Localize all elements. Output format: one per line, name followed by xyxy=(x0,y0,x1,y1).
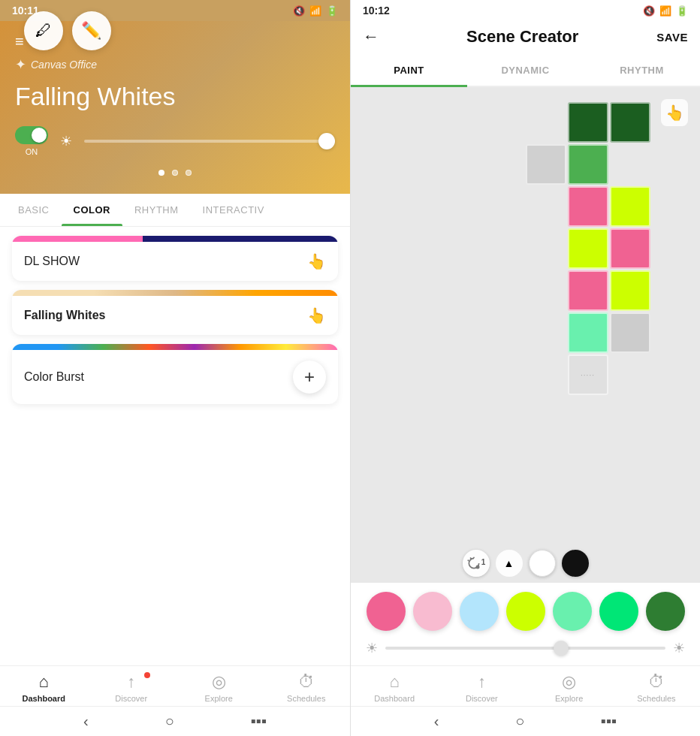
tile-5-1[interactable] xyxy=(610,312,650,353)
back-button[interactable]: ← xyxy=(363,27,379,47)
tile-4-1[interactable] xyxy=(610,270,650,311)
tile-2-0[interactable] xyxy=(568,186,608,227)
tab-rhythm[interactable]: RHYTHM xyxy=(122,194,191,226)
right-nav-label-discover: Discover xyxy=(466,694,498,703)
right-nav-explore[interactable]: ◎ Explore xyxy=(526,672,613,703)
toggle-wrap: ON xyxy=(15,126,48,156)
tab-interactive[interactable]: INTERACTIV xyxy=(191,194,276,226)
color-circle-dark-green[interactable] xyxy=(646,592,685,631)
toggle-label: ON xyxy=(26,147,38,156)
black-color-swatch[interactable] xyxy=(562,550,589,577)
tab-dynamic[interactable]: DYNAMIC xyxy=(467,56,584,86)
right-nav-label-schedules: Schedules xyxy=(637,694,675,703)
scene-card-falling[interactable]: Falling Whites 👆 xyxy=(12,290,338,335)
tile-1-0[interactable] xyxy=(526,144,566,185)
color-circle-light-blue[interactable] xyxy=(460,592,499,631)
hero-top-row: ≡ 🖊 ✏️ xyxy=(15,33,335,50)
color-circle-light-pink[interactable] xyxy=(413,592,452,631)
scene-card-burst[interactable]: Color Burst + xyxy=(12,344,338,404)
save-button[interactable]: SAVE xyxy=(656,31,688,44)
right-nav-schedules[interactable]: ⏱ Schedules xyxy=(613,672,700,703)
left-system-bar: ‹ ○ ▪▪▪ xyxy=(0,706,350,736)
brightness-slider[interactable] xyxy=(84,140,335,143)
expand-palette-button[interactable]: ▲ xyxy=(496,550,523,577)
color-circle-lime[interactable] xyxy=(506,592,545,631)
right-nav-dashboard[interactable]: ⌂ Dashboard xyxy=(351,672,438,703)
nav-dashboard[interactable]: ⌂ Dashboard xyxy=(0,672,88,703)
battery-icon: 🔋 xyxy=(326,5,338,17)
scene-card-body-burst: Color Burst + xyxy=(12,350,338,404)
brightness-thumb xyxy=(318,133,335,149)
tab-color[interactable]: COLOR xyxy=(62,194,122,226)
hamburger-icon[interactable]: ≡ xyxy=(15,33,24,50)
nav-discover[interactable]: ↑ Discover xyxy=(88,672,176,703)
toggle-switch[interactable] xyxy=(15,126,48,144)
right-nav-discover[interactable]: ↑ Discover xyxy=(438,672,525,703)
tab-rhythm[interactable]: RHYTHM xyxy=(584,56,700,86)
color-circle-green[interactable] xyxy=(599,592,638,631)
scene-creator-title: Scene Creator xyxy=(388,27,656,47)
right-status-icons: 🔇 📶 🔋 xyxy=(643,5,688,17)
tab-basic[interactable]: BASIC xyxy=(6,194,62,226)
paint-bucket-tool[interactable]: 1 xyxy=(463,550,490,577)
right-discover-icon: ↑ xyxy=(478,672,486,692)
tile-3-0[interactable] xyxy=(568,228,608,269)
location-text: Canvas Office xyxy=(31,59,97,71)
dot-3[interactable] xyxy=(186,170,192,176)
color-circle-mint[interactable] xyxy=(553,592,592,631)
recents-sys-btn-right[interactable]: ▪▪▪ xyxy=(601,713,617,730)
tile-4-0[interactable] xyxy=(568,270,608,311)
brightness-slider-right[interactable] xyxy=(385,647,665,650)
wifi-icon: 📶 xyxy=(309,5,321,17)
recents-sys-btn-left[interactable]: ▪▪▪ xyxy=(251,713,267,730)
add-button[interactable]: + xyxy=(293,360,326,394)
hero-title: Falling Whites xyxy=(15,82,335,111)
dot-2[interactable] xyxy=(172,170,178,176)
white-color-swatch[interactable] xyxy=(529,550,556,577)
nav-label-discover: Discover xyxy=(115,694,147,703)
paint-button[interactable]: 🖊 xyxy=(24,11,63,50)
right-battery-icon: 🔋 xyxy=(676,5,688,17)
tile-3-1[interactable] xyxy=(610,228,650,269)
controls-row: ON ☀ xyxy=(15,126,335,156)
right-nav-label-explore: Explore xyxy=(555,694,583,703)
right-explore-icon: ◎ xyxy=(562,672,576,692)
back-sys-btn-right[interactable]: ‹ xyxy=(434,713,439,730)
tile-0-1[interactable] xyxy=(610,102,650,143)
brightness-high-icon: ☀ xyxy=(673,640,685,656)
scene-name-burst: Color Burst xyxy=(24,370,84,384)
tile-6-0[interactable]: ····· xyxy=(568,354,608,395)
scene-color-bar-burst xyxy=(12,344,338,350)
nav-label-explore: Explore xyxy=(205,694,233,703)
scenes-list: DL SHOW 👆 Falling Whites 👆 Color Burst + xyxy=(0,227,350,665)
tile-2-1[interactable] xyxy=(610,186,650,227)
discover-badge xyxy=(144,672,150,678)
right-dashboard-icon: ⌂ xyxy=(389,672,399,692)
right-mute-icon: 🔇 xyxy=(643,5,655,17)
tile-0-0[interactable] xyxy=(568,102,608,143)
tile-5-0[interactable] xyxy=(568,312,608,353)
back-sys-btn-left[interactable]: ‹ xyxy=(83,713,89,730)
cursor-tool-icon[interactable]: 👆 xyxy=(661,99,688,126)
color-circles-row xyxy=(363,592,688,631)
dot-1[interactable] xyxy=(158,170,164,176)
scene-card-body-falling: Falling Whites 👆 xyxy=(12,296,338,335)
edit-button[interactable]: ✏️ xyxy=(72,11,111,50)
right-header: ← Scene Creator SAVE xyxy=(351,21,700,56)
brightness-row: ☀ ☀ xyxy=(363,640,688,656)
tab-paint[interactable]: PAINT xyxy=(351,56,467,87)
tile-1-1[interactable] xyxy=(568,144,608,185)
home-sys-btn-left[interactable]: ○ xyxy=(165,713,174,730)
nav-explore[interactable]: ◎ Explore xyxy=(175,672,263,703)
home-sys-btn-right[interactable]: ○ xyxy=(515,713,524,730)
scene-name-dlshow: DL SHOW xyxy=(24,255,80,268)
brightness-low-icon: ☀ xyxy=(366,640,378,656)
scene-card-dlshow[interactable]: DL SHOW 👆 xyxy=(12,236,338,281)
right-panel: 10:12 🔇 📶 🔋 ← Scene Creator SAVE PAINT D… xyxy=(350,0,700,736)
scene-color-bar-falling xyxy=(12,290,338,296)
nav-schedules[interactable]: ⏱ Schedules xyxy=(263,672,351,703)
canvas-area[interactable]: 👆 ····· xyxy=(351,87,700,583)
left-status-icons: 🔇 📶 🔋 xyxy=(293,5,338,17)
location-icon: ✦ xyxy=(15,56,26,73)
color-circle-hot-pink[interactable] xyxy=(367,592,406,631)
